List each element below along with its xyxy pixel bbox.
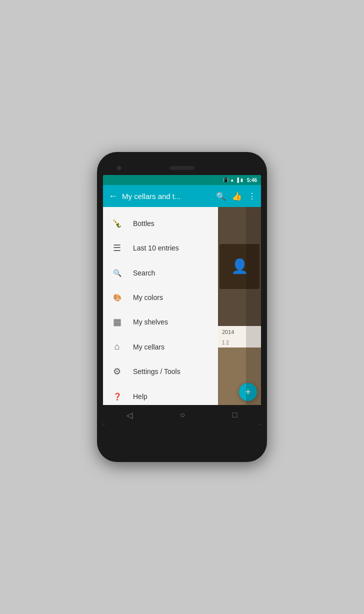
menu-item-shelves[interactable]: My shelves xyxy=(103,310,218,334)
drawer-menu: Bottles Last 10 entries Search My colors xyxy=(103,207,218,405)
battery-icon: ▮ xyxy=(240,178,243,182)
grid-icon xyxy=(111,316,123,328)
phone-top-bar xyxy=(103,161,261,175)
nav-home-button[interactable]: ○ xyxy=(172,408,193,422)
menu-label-colors: My colors xyxy=(133,294,163,302)
settings-icon xyxy=(111,366,123,377)
list-icon xyxy=(111,242,123,254)
search-menu-icon xyxy=(111,268,123,278)
drawer-scrim xyxy=(246,207,261,405)
menu-item-cellars[interactable]: My cellars xyxy=(103,334,218,359)
bottle-icon xyxy=(111,218,123,228)
house-icon xyxy=(111,342,123,352)
search-icon[interactable]: 🔍 xyxy=(215,190,227,202)
bottom-nav: ◁ ○ □ xyxy=(103,405,261,425)
phone-container: 📳 ▲ ▐ ▮ 5:46 ← My cellars and t... 🔍 👍 ⋮ xyxy=(97,152,267,462)
status-bar: 📳 ▲ ▐ ▮ 5:46 xyxy=(103,175,261,185)
menu-item-settings[interactable]: Settings / Tools xyxy=(103,359,218,384)
nav-back-button[interactable]: ◁ xyxy=(118,408,140,422)
back-button[interactable]: ← xyxy=(107,191,119,202)
phone-speaker xyxy=(170,166,194,170)
palette-icon xyxy=(111,292,123,302)
wifi-icon: ▲ xyxy=(230,178,234,182)
menu-label-cellars: My cellars xyxy=(133,343,164,351)
menu-item-last10[interactable]: Last 10 entries xyxy=(103,236,218,260)
app-bar-title: My cellars and t... xyxy=(122,192,212,200)
menu-label-shelves: My shelves xyxy=(133,318,168,326)
help-icon xyxy=(111,391,123,402)
menu-item-help[interactable]: Help xyxy=(103,384,218,405)
signal-icon: ▐ xyxy=(236,178,239,182)
content-area: Bottles Last 10 entries Search My colors xyxy=(103,207,261,405)
nav-recent-button[interactable]: □ xyxy=(224,408,246,422)
phone-screen: 📳 ▲ ▐ ▮ 5:46 ← My cellars and t... 🔍 👍 ⋮ xyxy=(103,175,261,425)
menu-label-search: Search xyxy=(133,269,155,277)
menu-label-last10: Last 10 entries xyxy=(133,244,179,252)
menu-label-settings: Settings / Tools xyxy=(133,368,180,376)
app-bar: ← My cellars and t... 🔍 👍 ⋮ xyxy=(103,185,261,207)
main-content: 👤 2014 1 2 + xyxy=(218,207,261,405)
status-time: 5:46 xyxy=(247,178,257,183)
status-icons: 📳 ▲ ▐ ▮ xyxy=(223,178,243,182)
vibrate-icon: 📳 xyxy=(223,178,228,182)
menu-item-search[interactable]: Search xyxy=(103,260,218,285)
thumbs-up-icon[interactable]: 👍 xyxy=(231,190,243,202)
phone-bottom-bar xyxy=(103,425,261,439)
menu-item-bottles[interactable]: Bottles xyxy=(103,211,218,236)
menu-label-help: Help xyxy=(133,392,148,400)
app-bar-actions: 🔍 👍 ⋮ xyxy=(215,190,257,202)
menu-label-bottles: Bottles xyxy=(133,220,154,228)
menu-item-colors[interactable]: My colors xyxy=(103,285,218,310)
phone-camera xyxy=(117,166,121,170)
more-vert-icon[interactable]: ⋮ xyxy=(247,190,257,202)
